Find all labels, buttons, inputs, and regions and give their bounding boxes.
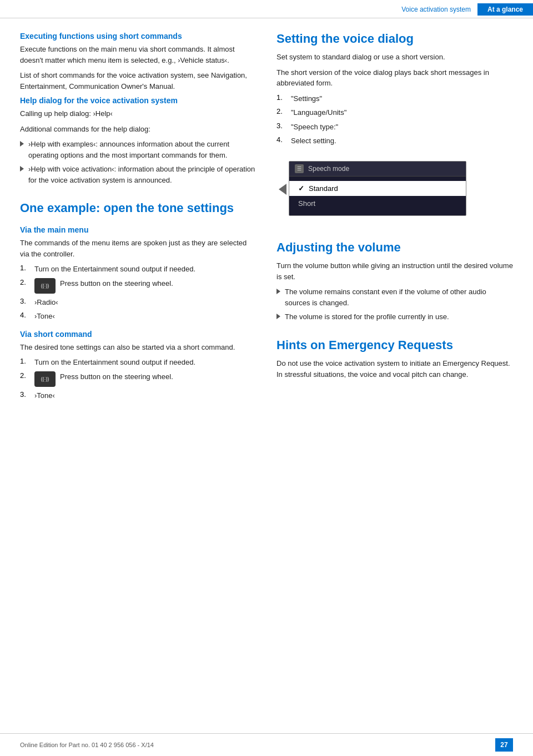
via-short-command-p1: The desired tone settings can also be st… [20,342,257,353]
one-example-heading: One example: open the tone settings [20,201,257,215]
speech-mode-icon: ☰ [295,164,304,173]
header-section-label: Voice activation system [401,6,477,13]
vd-step-1: 1. "Settings" [276,93,513,104]
via-short-command-heading: Via short command [20,330,257,339]
section-help-dialog: Help dialog for the voice activation sys… [20,96,257,185]
help-dialog-p2: Additional commands for the help dialog: [20,124,257,135]
section-voice-dialog: Setting the voice dialog Set system to s… [276,32,513,225]
speech-mode-container: ☰ Speech mode Standard Short [276,154,513,225]
voice-dialog-p1: Set system to standard dialog or use a s… [276,52,513,63]
voice-dialog-heading: Setting the voice dialog [276,32,513,46]
footer-right: 27 [495,738,513,752]
speech-mode-image: ☰ Speech mode Standard Short [289,161,466,216]
bullet-triangle-icon [276,289,280,294]
section-one-example: One example: open the tone settings Via … [20,201,257,401]
steering-button-icon-2 [34,371,56,387]
main-content: Executing functions using short commands… [0,18,533,404]
header-nav: Voice activation system At a glance [401,3,533,16]
bullet-triangle-icon [20,166,24,172]
header-current-label: At a glance [477,3,533,16]
steps-via-short-command: 1. Turn on the Entertainment sound outpu… [20,357,257,401]
step-3-short: 3. ›Tone‹ [20,390,257,401]
step-1-short: 1. Turn on the Entertainment sound outpu… [20,357,257,368]
emergency-requests-p1: Do not use the voice activation system t… [276,358,513,380]
header-bar: Voice activation system At a glance [0,0,533,18]
section-executing-functions: Executing functions using short commands… [20,32,257,92]
vd-step-3: 3. "Speech type:" [276,122,513,133]
executing-functions-p2: List of short commands for the voice act… [20,70,257,92]
volume-bullet1: The volume remains constant even if the … [276,286,513,308]
page-number: 27 [495,738,513,752]
left-column: Executing functions using short commands… [20,32,257,404]
step-4-main: 4. ›Tone‹ [20,311,257,322]
help-dialog-bullet2: ›Help with voice activation‹: informatio… [20,164,257,185]
volume-bullet2: The volume is stored for the profile cur… [276,311,513,322]
adjusting-volume-bullets: The volume remains constant even if the … [276,286,513,322]
section-adjusting-volume: Adjusting the volume Turn the volume but… [276,240,513,322]
footer-text: Online Edition for Part no. 01 40 2 956 … [20,742,154,748]
section-emergency-requests: Hints on Emergency Requests Do not use t… [276,338,513,380]
emergency-requests-heading: Hints on Emergency Requests [276,338,513,352]
speech-mode-left-arrow [279,184,286,195]
bullet-triangle-icon [20,141,24,147]
speech-option-short[interactable]: Short [289,196,466,211]
via-main-menu-p1: The commands of the menu items are spoke… [20,238,257,259]
help-dialog-heading: Help dialog for the voice activation sys… [20,96,257,105]
steps-via-main-menu: 1. Turn on the Entertainment sound outpu… [20,264,257,322]
speech-option-standard[interactable]: Standard [289,181,466,196]
adjusting-volume-p1: Turn the volume button while giving an i… [276,260,513,282]
adjusting-volume-heading: Adjusting the volume [276,240,513,255]
bullet-triangle-icon [276,314,280,319]
voice-dialog-p2: The short version of the voice dialog pl… [276,67,513,89]
vd-step-2: 2. "Language/Units" [276,107,513,118]
vd-step-4: 4. Select setting. [276,135,513,147]
right-column: Setting the voice dialog Set system to s… [276,32,513,404]
speech-mode-title-bar: ☰ Speech mode [289,162,466,177]
executing-functions-p1: Execute functions on the main menu via s… [20,44,257,65]
help-dialog-bullets: ›Help with examples‹: announces informat… [20,139,257,185]
help-dialog-p1: Calling up help dialog: ›Help‹ [20,108,257,119]
speech-mode-body: Standard Short [289,177,466,215]
step-3-main: 3. ›Radio‹ [20,297,257,308]
step-2-short: 2. Press button on the steering wheel. [20,371,257,387]
step-2-main: 2. Press button on the steering wheel. [20,278,257,294]
executing-functions-heading: Executing functions using short commands [20,32,257,41]
speech-mode-title: Speech mode [308,165,349,173]
step-1-main: 1. Turn on the Entertainment sound outpu… [20,264,257,275]
help-dialog-bullet1: ›Help with examples‹: announces informat… [20,139,257,160]
voice-dialog-steps: 1. "Settings" 2. "Language/Units" 3. "Sp… [276,93,513,147]
steering-button-icon [34,278,56,294]
via-main-menu-heading: Via the main menu [20,225,257,234]
footer: Online Edition for Part no. 01 40 2 956 … [0,733,533,756]
